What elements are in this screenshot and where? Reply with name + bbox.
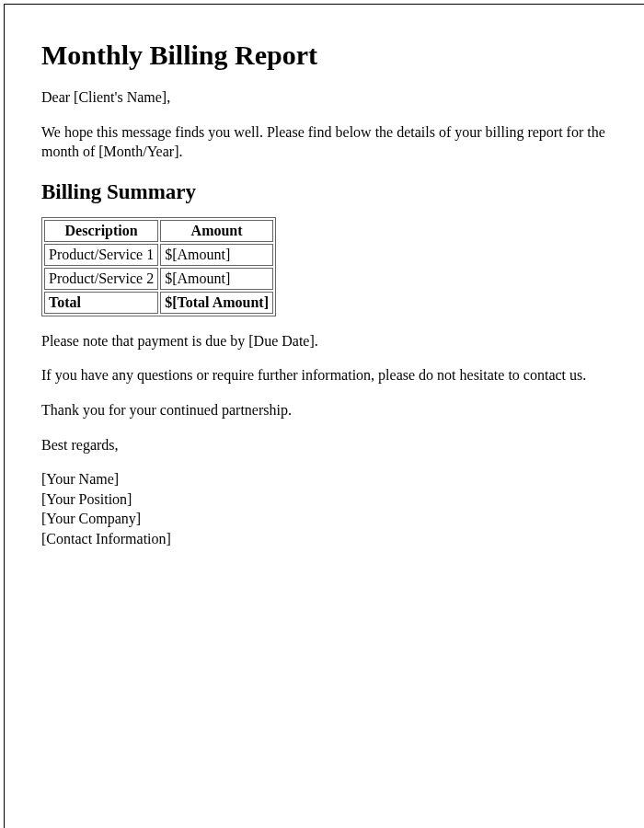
- cell-amount: $[Amount]: [160, 244, 273, 266]
- cell-amount: $[Amount]: [160, 268, 273, 290]
- signature-block: [Your Name] [Your Position] [Your Compan…: [41, 469, 610, 548]
- cell-description: Product/Service 1: [44, 244, 158, 266]
- total-amount: $[Total Amount]: [160, 292, 273, 314]
- table-row: Product/Service 2 $[Amount]: [44, 268, 273, 290]
- billing-table: Description Amount Product/Service 1 $[A…: [41, 217, 276, 316]
- signature-company: [Your Company]: [41, 509, 610, 529]
- table-row: Product/Service 1 $[Amount]: [44, 244, 273, 266]
- intro-paragraph: We hope this message finds you well. Ple…: [41, 122, 610, 162]
- page-title: Monthly Billing Report: [41, 40, 610, 71]
- due-note: Please note that payment is due by [Due …: [41, 331, 610, 351]
- thanks-line: Thank you for your continued partnership…: [41, 400, 610, 420]
- col-header-amount: Amount: [160, 220, 273, 242]
- total-label: Total: [44, 292, 158, 314]
- signature-name: [Your Name]: [41, 469, 610, 489]
- signature-contact: [Contact Information]: [41, 529, 610, 549]
- contact-note: If you have any questions or require fur…: [41, 365, 610, 385]
- greeting-line: Dear [Client's Name],: [41, 87, 610, 108]
- col-header-description: Description: [44, 220, 158, 242]
- signoff-line: Best regards,: [41, 435, 610, 455]
- cell-description: Product/Service 2: [44, 268, 158, 290]
- signature-position: [Your Position]: [41, 489, 610, 510]
- summary-heading: Billing Summary: [41, 180, 610, 204]
- table-header-row: Description Amount: [44, 220, 273, 242]
- document-page: Monthly Billing Report Dear [Client's Na…: [4, 4, 644, 828]
- table-total-row: Total $[Total Amount]: [44, 292, 273, 314]
